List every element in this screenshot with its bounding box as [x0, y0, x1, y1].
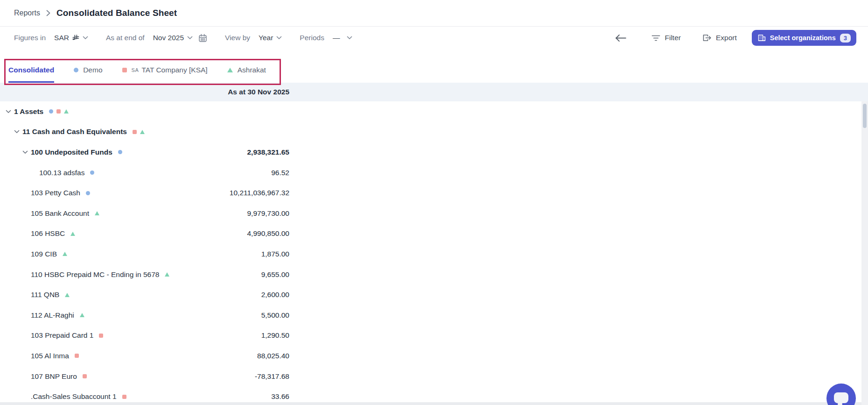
triangle-marker-icon	[80, 313, 84, 317]
org-markers	[65, 293, 70, 297]
export-icon	[702, 34, 712, 42]
export-button[interactable]: Export	[702, 34, 737, 42]
riyal-icon	[72, 35, 79, 42]
figures-in-label: Figures in	[14, 34, 46, 42]
org-markers	[122, 395, 126, 399]
tab-label: Ashrakat	[238, 66, 266, 74]
account-name[interactable]: 109 CIB	[31, 250, 57, 258]
table-row[interactable]: 109 CIB1,875.00	[0, 244, 289, 264]
chevron-down-icon	[83, 36, 88, 40]
account-name[interactable]: 110 HSBC Prepaid MC - Ending in 5678	[31, 270, 159, 279]
back-arrow-icon	[615, 34, 627, 42]
account-name[interactable]: 100.13 adsfas	[39, 169, 84, 177]
table-row[interactable]: 100.13 adsfas96.52	[0, 163, 289, 183]
dot-marker-icon	[49, 109, 53, 114]
account-value: -78,317.68	[255, 372, 289, 381]
account-name[interactable]: 107 BNP Euro	[31, 372, 77, 381]
tab-ashrakat[interactable]: Ashrakat	[227, 66, 266, 83]
row-expand-chevron-icon[interactable]	[22, 150, 31, 154]
square-marker-icon	[133, 130, 137, 134]
org-markers	[49, 109, 69, 114]
breadcrumb-chevron-icon	[46, 10, 50, 16]
table-row[interactable]: 105 Bank Account9,979,730.00	[0, 203, 289, 224]
tab-tat-company-ksa-[interactable]: SATAT Company [KSA]	[122, 66, 208, 83]
table-row[interactable]: 106 HSBC4,990,850.00	[0, 224, 289, 244]
tab-consolidated[interactable]: Consolidated	[8, 66, 54, 83]
table-row[interactable]: 107 BNP Euro-78,317.68	[0, 366, 289, 387]
square-marker-icon	[122, 68, 127, 72]
table-row[interactable]: 100 Undeposited Funds2,938,321.65	[0, 142, 289, 163]
account-name[interactable]: 105 Al Inma	[31, 352, 69, 360]
table-row[interactable]: 112 AL-Raghi5,500.00	[0, 305, 289, 326]
table-row[interactable]: 103 Petty Cash10,211,036,967.32	[0, 183, 289, 203]
view-by-label: View by	[225, 34, 250, 42]
account-value: 2,938,321.65	[247, 148, 289, 156]
view-by-value: Year	[259, 34, 273, 42]
triangle-marker-icon	[227, 68, 233, 72]
select-organizations-button[interactable]: Select organizations 3	[752, 30, 856, 46]
row-expand-chevron-icon[interactable]	[6, 110, 14, 114]
triangle-marker-icon	[95, 211, 99, 215]
account-name[interactable]: 100 Undeposited Funds	[31, 148, 112, 156]
chevron-down-icon	[347, 36, 352, 40]
organization-tabs: ConsolidatedDemoSATAT Company [KSA]Ashra…	[0, 49, 868, 83]
account-name[interactable]: 105 Bank Account	[31, 209, 89, 218]
account-value: 10,211,036,967.32	[230, 189, 289, 197]
back-button[interactable]	[615, 34, 627, 42]
org-markers	[95, 211, 99, 215]
account-value: 9,655.00	[261, 270, 289, 279]
tab-label: Demo	[83, 66, 102, 74]
column-header-date: As at 30 Nov 2025	[0, 83, 289, 101]
square-marker-icon	[99, 334, 103, 338]
account-value: 5,500.00	[261, 311, 289, 320]
tab-demo[interactable]: Demo	[74, 66, 102, 83]
account-name[interactable]: 111 QNB	[31, 291, 59, 299]
square-marker-icon	[75, 354, 79, 358]
account-name[interactable]: 112 AL-Raghi	[31, 311, 74, 320]
page-title: Consolidated Balance Sheet	[56, 8, 177, 18]
period-select[interactable]: Nov 2025	[153, 34, 193, 42]
account-name[interactable]: 11 Cash and Cash Equivalents	[22, 128, 127, 136]
currency-select[interactable]: SAR	[54, 34, 88, 42]
filter-label: Filter	[665, 34, 680, 42]
periods-select[interactable]: —	[333, 34, 353, 42]
organizations-count-badge: 3	[840, 34, 851, 43]
chat-bubble-icon	[834, 392, 848, 403]
row-expand-chevron-icon[interactable]	[14, 130, 22, 134]
account-value: 1,290.50	[261, 331, 289, 340]
org-markers	[86, 191, 90, 195]
table-row[interactable]: 110 HSBC Prepaid MC - Ending in 56789,65…	[0, 264, 289, 285]
vertical-scrollbar[interactable]	[861, 101, 868, 405]
account-value: 88,025.40	[257, 352, 289, 360]
period-value: Nov 2025	[153, 34, 184, 42]
periods-label: Periods	[300, 34, 324, 42]
account-name[interactable]: 1 Assets	[14, 107, 43, 116]
account-name[interactable]: 106 HSBC	[31, 229, 65, 238]
table-row[interactable]: 1 Assets	[0, 101, 289, 122]
account-name[interactable]: 103 Petty Cash	[31, 189, 80, 197]
account-name[interactable]: 103 Prepaid Card 1	[31, 331, 93, 340]
currency-value: SAR	[54, 34, 69, 42]
org-markers	[99, 334, 103, 338]
triangle-marker-icon	[65, 293, 70, 297]
triangle-marker-icon	[70, 232, 75, 236]
table-row[interactable]: 11 Cash and Cash Equivalents	[0, 122, 289, 142]
account-value: 4,990,850.00	[247, 229, 289, 238]
table-row[interactable]: 111 QNB2,600.00	[0, 284, 289, 305]
table-row[interactable]: 105 Al Inma88,025.40	[0, 346, 289, 366]
calendar-icon[interactable]	[198, 34, 207, 43]
select-organizations-label: Select organizations	[770, 34, 836, 42]
building-icon	[758, 34, 766, 42]
breadcrumb-reports-link[interactable]: Reports	[14, 9, 40, 17]
square-marker-icon	[122, 395, 126, 399]
table-row[interactable]: 103 Prepaid Card 11,290.50	[0, 326, 289, 346]
view-by-select[interactable]: Year	[259, 34, 282, 42]
dot-marker-icon	[90, 171, 94, 175]
dot-marker-icon	[86, 191, 90, 195]
org-markers	[80, 313, 84, 317]
filter-button[interactable]: Filter	[651, 34, 680, 42]
scrollbar-thumb[interactable]	[863, 104, 867, 128]
account-name[interactable]: .Cash-Sales Subaccount 1	[31, 392, 117, 401]
tab-label: Consolidated	[8, 66, 54, 74]
square-marker-icon	[83, 374, 87, 378]
